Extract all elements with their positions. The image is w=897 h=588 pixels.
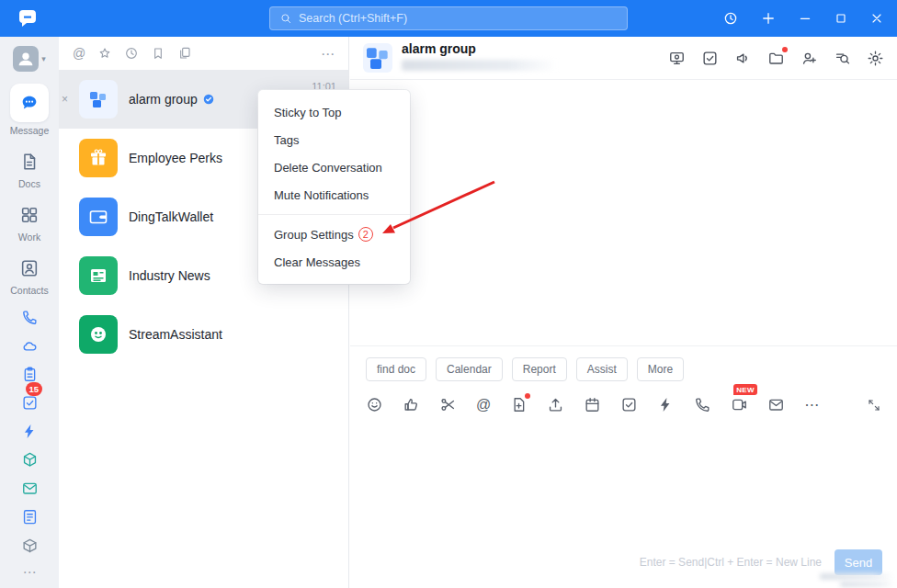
- search-history-icon[interactable]: [834, 50, 851, 67]
- menu-item-tags[interactable]: Tags: [258, 126, 410, 153]
- close-button[interactable]: [869, 11, 884, 26]
- send-button[interactable]: Send: [835, 549, 882, 575]
- conversation-row-streamassistant[interactable]: StreamAssistant: [59, 305, 348, 364]
- sidebar-more-icon[interactable]: ⋯: [23, 565, 37, 579]
- notification-dot: [525, 393, 530, 399]
- voice-call-icon[interactable]: [694, 396, 711, 413]
- chat-group-avatar[interactable]: [363, 43, 392, 73]
- maximize-button[interactable]: [834, 11, 848, 26]
- task-icon[interactable]: [701, 50, 719, 67]
- emoji-icon[interactable]: [366, 396, 383, 413]
- message-history: [350, 80, 897, 345]
- dingtalk-window: Search (Ctrl+Shift+F) ▾: [0, 0, 897, 588]
- recent-icon[interactable]: [124, 46, 139, 61]
- plus-icon[interactable]: [760, 10, 777, 27]
- conversation-name: alarm group: [129, 92, 198, 107]
- menu-item-label: Clear Messages: [274, 255, 360, 269]
- compose-footer: Enter = Send|Ctrl + Enter = New Line Sen…: [350, 549, 897, 588]
- todo-icon[interactable]: 15: [21, 394, 39, 412]
- toolbar-more-icon[interactable]: ⋯: [804, 398, 819, 413]
- menu-item-mute-notifications[interactable]: Mute Notifications: [258, 181, 410, 209]
- add-member-icon[interactable]: [800, 50, 818, 67]
- close-conversation-icon[interactable]: ×: [62, 94, 68, 105]
- profile-menu[interactable]: ▾: [13, 46, 46, 72]
- chat-title-block: alarm group: [402, 37, 558, 79]
- chat-header: alarm group: [350, 37, 897, 80]
- flash-icon[interactable]: [21, 423, 39, 440]
- compose-toolbar: @: [350, 385, 897, 419]
- conversation-name: Employee Perks: [129, 151, 222, 165]
- envelope-icon[interactable]: [767, 396, 785, 413]
- menu-divider: [258, 214, 410, 215]
- history-icon[interactable]: [722, 10, 739, 27]
- titlebar: Search (Ctrl+Shift+F): [0, 0, 897, 37]
- conversation-avatar: [79, 256, 118, 295]
- titlebar-actions: [722, 0, 884, 37]
- sidebar-item-contacts[interactable]: Contacts: [10, 254, 49, 296]
- menu-item-group-settings[interactable]: Group Settings 2: [258, 220, 410, 248]
- screenshot-scissors-icon[interactable]: [439, 396, 457, 413]
- conversation-name: Industry News: [129, 268, 210, 283]
- mentions-icon[interactable]: @: [73, 47, 85, 60]
- ding-doc-icon[interactable]: [21, 508, 39, 526]
- mail-icon[interactable]: [21, 480, 39, 497]
- bookmark-icon[interactable]: [151, 46, 165, 61]
- message-input[interactable]: [350, 419, 897, 549]
- files-icon[interactable]: [177, 46, 192, 61]
- menu-item-delete-conversation[interactable]: Delete Conversation: [258, 153, 410, 181]
- group-files-icon[interactable]: [767, 50, 785, 67]
- minimize-button[interactable]: [798, 11, 812, 26]
- flash-assist-icon[interactable]: [657, 396, 675, 413]
- menu-item-label: Group Settings: [274, 228, 354, 242]
- app-logo-icon[interactable]: [17, 7, 39, 29]
- conversation-avatar: [79, 198, 118, 236]
- thumbs-up-icon[interactable]: [403, 396, 420, 413]
- menu-item-clear-messages[interactable]: Clear Messages: [258, 248, 410, 276]
- conversation-avatar: [79, 315, 118, 354]
- video-channel-icon[interactable]: NEW: [731, 396, 748, 413]
- menu-item-label: Mute Notifications: [274, 188, 369, 202]
- message-icon: [10, 84, 49, 122]
- menu-item-sticky-to-top[interactable]: Sticky to Top: [258, 98, 410, 126]
- sidebar-item-label: Docs: [18, 178, 40, 189]
- phone-calls-icon[interactable]: [21, 309, 39, 326]
- work-grid-icon: [10, 201, 49, 229]
- cloud-drive-icon[interactable]: [21, 337, 39, 355]
- docs-icon: [10, 148, 49, 175]
- starred-icon[interactable]: [97, 46, 112, 61]
- quick-actions: find doc Calendar Report Assist More: [350, 346, 897, 385]
- mention-icon[interactable]: @: [476, 398, 491, 413]
- global-search-input[interactable]: Search (Ctrl+Shift+F): [269, 6, 628, 30]
- gear-icon[interactable]: [867, 50, 884, 67]
- conversation-name: StreamAssistant: [129, 327, 222, 342]
- redacted-watermark: [820, 573, 895, 587]
- calendar-icon[interactable]: [584, 396, 601, 413]
- clipboard-icon[interactable]: [21, 366, 39, 383]
- chat-title: alarm group: [402, 41, 558, 56]
- task-check-icon[interactable]: [620, 396, 638, 413]
- conversation-avatar: [79, 139, 118, 177]
- file-plus-icon[interactable]: [510, 396, 528, 413]
- chevron-down-icon: ▾: [41, 55, 46, 63]
- sidebar-item-docs[interactable]: Docs: [10, 148, 49, 189]
- upload-file-icon[interactable]: [547, 396, 564, 413]
- contacts-icon: [10, 254, 49, 282]
- announcement-icon[interactable]: [734, 50, 752, 67]
- conversation-name: DingTalkWallet: [129, 209, 213, 224]
- quick-action-more[interactable]: More: [637, 357, 684, 381]
- app-cube-icon[interactable]: [21, 451, 39, 469]
- video-meeting-icon[interactable]: [668, 50, 686, 67]
- quick-action-calendar[interactable]: Calendar: [436, 357, 503, 381]
- sidebar-item-work[interactable]: Work: [10, 201, 49, 243]
- quick-action-report[interactable]: Report: [512, 357, 567, 381]
- expand-icon[interactable]: [867, 398, 881, 413]
- quick-action-assist[interactable]: Assist: [576, 357, 628, 381]
- list-more-icon[interactable]: ⋯: [321, 47, 335, 61]
- conversation-context-menu: Sticky to Top Tags Delete Conversation M…: [258, 90, 410, 284]
- sidebar-item-message[interactable]: Message: [10, 84, 50, 136]
- user-avatar: [13, 46, 39, 72]
- package-icon[interactable]: [21, 537, 39, 554]
- sidebar-item-label: Message: [10, 125, 50, 136]
- quick-action-find-doc[interactable]: find doc: [366, 357, 426, 381]
- compose-area: find doc Calendar Report Assist More @: [350, 345, 897, 588]
